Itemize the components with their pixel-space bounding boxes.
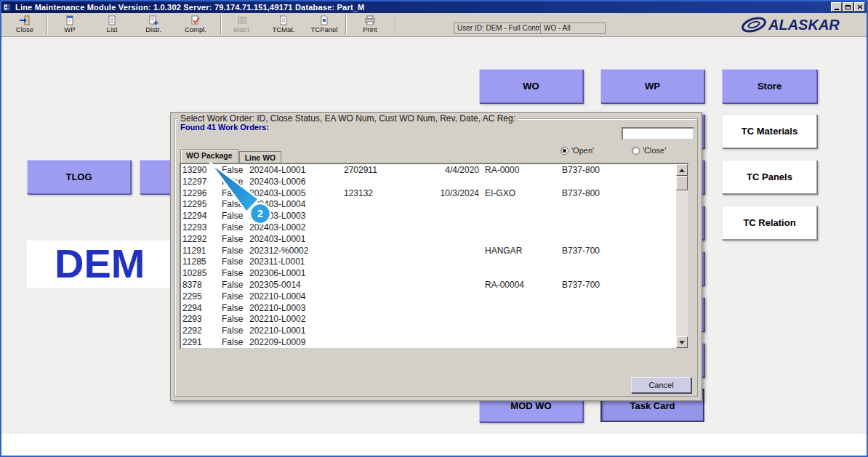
user-id-box: User ID: DEM - Full Control xyxy=(454,23,541,34)
cell-date xyxy=(437,177,479,188)
work-order-row[interactable]: 11291False202312-%0002HANGARB737-700 xyxy=(181,246,676,257)
cell-ac xyxy=(485,337,562,348)
wp-button[interactable]: WP xyxy=(600,69,704,103)
toolbar-tcmat-button[interactable]: TCMat. xyxy=(266,14,301,35)
cell-close: False xyxy=(222,325,249,337)
cell-model: B737-700 xyxy=(562,280,676,291)
close-radio[interactable]: 'Close' xyxy=(632,146,666,155)
work-order-row[interactable]: 2294False202210-L0003 xyxy=(181,303,676,315)
work-order-row[interactable]: 2291False202209-L0009 xyxy=(181,337,676,348)
toolbar: Close WP List Distr. xyxy=(1,13,867,37)
cell-close: False xyxy=(222,165,249,177)
work-order-row[interactable]: 12297False202403-L0006 xyxy=(181,177,676,188)
cell-date: 10/3/2024 xyxy=(437,188,479,200)
cell-close: False xyxy=(222,280,249,291)
cell-cust xyxy=(344,256,437,268)
minimize-button[interactable] xyxy=(831,2,842,12)
work-order-row[interactable]: 2292False202210-L0001 xyxy=(181,325,676,337)
cell-cust xyxy=(344,234,437,246)
open-radio[interactable]: 'Open' xyxy=(560,146,594,155)
work-order-row[interactable]: 2295False202210-L0004 xyxy=(181,291,676,303)
cell-ea: 202210-L0001 xyxy=(249,325,344,337)
work-order-list[interactable]: 13290False202404-L000127029114/4/2020RA-… xyxy=(180,163,689,349)
toolbar-tcpanel-button[interactable]: TCPanel xyxy=(307,14,342,35)
toolbar-wp-button[interactable]: WP xyxy=(52,14,87,35)
cell-ea: 202403-L0004 xyxy=(249,199,344,211)
tab-line-wo[interactable]: Line WO xyxy=(239,151,282,163)
toolbar-button-label: TCPanel xyxy=(311,25,338,33)
toolbar-print-button[interactable]: Print xyxy=(353,14,387,35)
vertical-scrollbar[interactable] xyxy=(676,164,688,348)
tc-materials-button[interactable]: TC Materials xyxy=(722,114,817,148)
work-order-row[interactable]: 12294False202403-L0003 xyxy=(181,211,676,222)
select-work-order-dialog: Select Work Order: ID, Close Status, EA … xyxy=(170,112,702,401)
scope-box: WO - All xyxy=(540,23,606,34)
tc-panels-button[interactable]: TC Panels xyxy=(722,160,817,194)
toolbar-compl-button[interactable]: Compl. xyxy=(178,14,213,35)
cell-cust xyxy=(344,199,437,211)
cell-ac xyxy=(485,234,562,246)
wo-button[interactable]: WO xyxy=(479,69,583,103)
work-order-row[interactable]: 2293False202210-L0002 xyxy=(181,314,676,325)
cell-ac xyxy=(485,303,562,315)
cell-date xyxy=(437,246,479,257)
work-order-row[interactable]: 13290False202404-L000127029114/4/2020RA-… xyxy=(181,165,676,177)
cell-id: 12296 xyxy=(182,188,222,200)
work-order-row[interactable]: 12292False202403-L0001 xyxy=(181,234,676,246)
application-window: Line Maintenance Module Version: 1.0.302… xyxy=(0,0,868,457)
cell-ac xyxy=(485,268,562,280)
cell-id: 11285 xyxy=(182,256,222,268)
work-order-row[interactable]: 12295False202403-L0004 xyxy=(181,199,676,211)
maximize-button[interactable] xyxy=(843,2,853,12)
work-order-row[interactable]: 8378False202305-0014RA-00004B737-700 xyxy=(181,280,676,291)
cell-ea: 202403-L0005 xyxy=(249,188,344,200)
cell-model xyxy=(562,256,676,268)
toolbar-button-label: Matrl. xyxy=(233,25,251,33)
cell-model xyxy=(562,325,676,337)
tlog-button[interactable]: TLOG xyxy=(27,160,131,194)
cell-model xyxy=(562,291,676,303)
cell-date xyxy=(437,222,479,234)
cell-ea: 202305-0014 xyxy=(249,280,344,291)
cell-ea: 202312-%0002 xyxy=(249,246,344,257)
alaskar-swoosh-icon xyxy=(741,15,766,33)
toolbar-separator xyxy=(345,15,347,34)
cell-date xyxy=(437,291,479,303)
scroll-down-button[interactable] xyxy=(676,336,688,348)
title-bar[interactable]: Line Maintenance Module Version: 1.0.302… xyxy=(1,1,867,13)
scroll-up-button[interactable] xyxy=(676,164,688,176)
cell-cust xyxy=(344,222,437,234)
cell-cust xyxy=(344,291,437,303)
distribute-icon xyxy=(148,15,159,25)
work-order-row[interactable]: 12296False202403-L000512313210/3/2024EI-… xyxy=(181,188,676,200)
search-input[interactable] xyxy=(622,127,694,140)
cell-cust xyxy=(344,325,437,337)
tab-wo-package[interactable]: WO Package xyxy=(180,149,238,163)
cell-ac xyxy=(485,222,562,234)
toolbar-list-button[interactable]: List xyxy=(95,14,129,35)
cell-ea: 202306-L0001 xyxy=(249,268,344,280)
work-order-row[interactable]: 10285False202306-L0001 xyxy=(181,268,676,280)
dialog-legend: Select Work Order: ID, Close Status, EA … xyxy=(177,113,518,124)
minimize-icon xyxy=(835,9,839,10)
alaskar-logo: ALASKAR xyxy=(740,15,864,38)
close-window-button[interactable] xyxy=(854,2,865,12)
cell-ac: HANGAR xyxy=(485,246,562,257)
cell-id: 2291 xyxy=(182,337,222,348)
cell-date xyxy=(437,303,479,315)
tc-relation-button[interactable]: TC Relation xyxy=(722,206,817,240)
cell-model xyxy=(562,337,676,348)
cell-ac xyxy=(485,291,562,303)
cancel-button[interactable]: Cancel xyxy=(631,377,691,393)
work-order-row[interactable]: 11285False202311-L0001 xyxy=(181,256,676,268)
window-title: Line Maintenance Module Version: 1.0.302… xyxy=(15,3,364,12)
tc-material-doc-icon xyxy=(278,15,289,25)
work-order-row[interactable]: 12293False202403-L0002 xyxy=(181,222,676,234)
cell-date xyxy=(437,314,479,325)
toolbar-button-label: List xyxy=(107,25,118,33)
store-button[interactable]: Store xyxy=(722,69,817,103)
cell-ac xyxy=(485,199,562,211)
scrollbar-thumb[interactable] xyxy=(676,176,688,190)
toolbar-distr-button[interactable]: Distr. xyxy=(136,14,171,35)
toolbar-close-button[interactable]: Close xyxy=(7,14,42,35)
